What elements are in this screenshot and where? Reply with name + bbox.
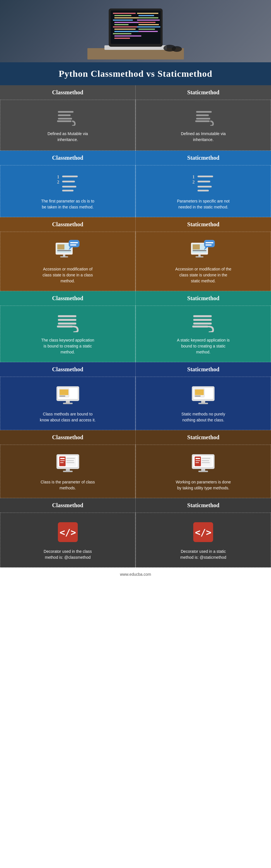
classmethod-icon-3 (56, 314, 79, 333)
svg-rect-19 (137, 20, 160, 21)
svg-rect-11 (114, 29, 136, 30)
svg-rect-53 (70, 242, 78, 243)
svg-rect-18 (138, 17, 158, 19)
svg-rect-27 (58, 111, 74, 113)
staticmethod-text-5: Working on parameters is done by taking … (175, 479, 232, 491)
svg-rect-101 (195, 458, 200, 459)
svg-rect-92 (66, 458, 75, 459)
classmethod-header-4: Classmethod (0, 362, 135, 377)
staticmethod-icon-4 (190, 385, 216, 407)
svg-rect-84 (198, 403, 208, 404)
staticmethod-icon-2 (190, 240, 216, 262)
svg-rect-28 (58, 115, 71, 116)
content-row-4: Class methods are bound to know about cl… (0, 377, 271, 430)
header-row-5: Classmethod Staticmethod (0, 430, 271, 445)
svg-rect-22 (137, 26, 160, 28)
staticmethod-header-6: Staticmethod (136, 498, 271, 513)
svg-rect-66 (58, 319, 76, 321)
staticmethod-header-0: Staticmethod (136, 85, 271, 100)
classmethod-icon-2 (55, 240, 81, 262)
svg-rect-58 (193, 250, 206, 251)
classmethod-icon-4 (55, 385, 81, 407)
svg-rect-77 (63, 403, 73, 404)
svg-rect-36 (62, 181, 75, 182)
svg-rect-44 (197, 190, 209, 191)
classmethod-text-6: Decorator used in the class method is: @… (39, 549, 96, 560)
svg-rect-47 (57, 244, 64, 249)
svg-rect-34 (62, 176, 78, 177)
svg-text:1: 1 (57, 175, 59, 179)
svg-rect-96 (63, 471, 73, 472)
svg-rect-67 (58, 322, 76, 324)
svg-rect-89 (60, 458, 65, 459)
svg-rect-13 (113, 33, 131, 34)
svg-rect-82 (195, 396, 200, 397)
comparison-container: Classmethod Staticmethod Defined as Muta… (0, 85, 271, 567)
staticmethod-header-1: Staticmethod (136, 151, 271, 165)
svg-rect-106 (202, 462, 210, 463)
svg-rect-40 (197, 176, 213, 177)
svg-rect-68 (193, 315, 212, 317)
classmethod-header-0: Classmethod (0, 85, 135, 100)
staticmethod-header-5: Staticmethod (136, 430, 271, 445)
svg-rect-30 (196, 111, 212, 113)
staticmethod-header-2: Staticmethod (136, 217, 271, 231)
svg-rect-102 (195, 460, 200, 461)
staticmethod-cell-2: Accession or modification of the class s… (136, 231, 271, 291)
svg-rect-21 (138, 24, 159, 25)
svg-rect-63 (206, 242, 213, 243)
header-row-1: Classmethod Staticmethod (0, 151, 271, 165)
svg-rect-90 (60, 460, 65, 461)
content-row-2: Accession or modification of class state… (0, 231, 271, 291)
svg-rect-8 (114, 22, 140, 23)
classmethod-text-2: Accession or modification of class state… (39, 266, 96, 284)
classmethod-header-2: Classmethod (0, 217, 135, 231)
svg-rect-7 (113, 20, 133, 21)
classmethod-icon-5 (55, 453, 81, 475)
staticmethod-icon-6: </> (192, 521, 215, 545)
classmethod-icon-6: </> (56, 521, 79, 545)
classmethod-text-4: Class methods are bound to know about cl… (39, 411, 96, 423)
classmethod-icon-0 (56, 109, 79, 127)
svg-rect-29 (58, 118, 72, 120)
classmethod-text-0: Defined as Mutable via inheritance. (39, 131, 96, 143)
classmethod-text-5: Class is the parameter of class methods. (39, 479, 96, 491)
staticmethod-icon-1: 1 2 (192, 173, 215, 194)
svg-rect-61 (204, 240, 215, 247)
header-row-6: Classmethod Staticmethod (0, 498, 271, 513)
svg-rect-50 (60, 256, 68, 257)
svg-rect-15 (114, 38, 130, 39)
staticmethod-cell-4: Static methods no purely nothing about t… (136, 377, 271, 430)
content-row-1: 1 2 The first parameter as cls is to be … (0, 165, 271, 217)
svg-rect-105 (202, 460, 209, 461)
classmethod-cell-5: Class is the parameter of class methods. (0, 445, 135, 498)
svg-text:2: 2 (192, 180, 195, 184)
svg-rect-16 (137, 13, 158, 14)
title-bar: Python Classmethod vs Staticmethod (0, 62, 271, 85)
svg-rect-31 (196, 115, 209, 116)
header-row-3: Classmethod Staticmethod (0, 291, 271, 306)
svg-rect-9 (114, 24, 129, 25)
svg-rect-93 (66, 460, 74, 461)
footer-url: www.educba.com (120, 572, 151, 577)
classmethod-header-1: Classmethod (0, 151, 135, 165)
svg-rect-65 (58, 315, 76, 317)
staticmethod-cell-5: Working on parameters is done by taking … (136, 445, 271, 498)
staticmethod-cell-0: Defined as Immutable via inheritance. (136, 100, 271, 151)
svg-rect-24 (138, 31, 158, 32)
staticmethod-cell-6: </> Decorator used in a static method is… (136, 513, 271, 567)
classmethod-header-3: Classmethod (0, 291, 135, 306)
svg-rect-81 (195, 390, 204, 395)
svg-text:</>: </> (195, 527, 211, 538)
svg-rect-42 (197, 181, 210, 182)
footer: www.educba.com (0, 567, 271, 581)
svg-rect-75 (60, 396, 65, 397)
content-row-6: </> Decorator used in the class method i… (0, 513, 271, 567)
classmethod-header-5: Classmethod (0, 430, 135, 445)
classmethod-text-3: The class keyword application is bound t… (39, 337, 96, 355)
page-title: Python Classmethod vs Staticmethod (8, 68, 263, 79)
svg-rect-108 (198, 471, 208, 472)
svg-rect-20 (138, 22, 156, 23)
staticmethod-icon-3 (192, 314, 215, 333)
svg-rect-103 (195, 462, 199, 463)
